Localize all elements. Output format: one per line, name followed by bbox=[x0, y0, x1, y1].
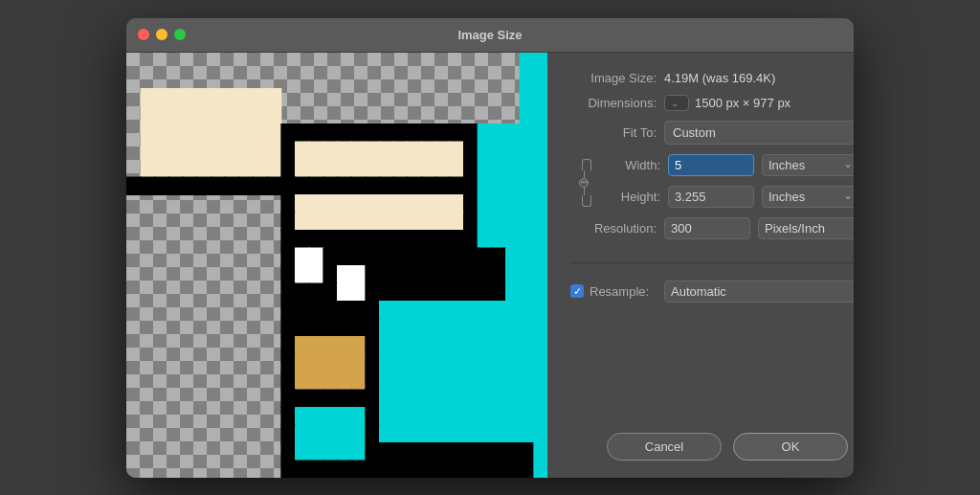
dimensions-row: Dimensions: ⌄ 1500 px × 977 px bbox=[570, 95, 854, 111]
width-unit-wrapper: Percent Pixels Inches Centimeters Millim… bbox=[762, 154, 854, 176]
width-unit-select[interactable]: Percent Pixels Inches Centimeters Millim… bbox=[762, 154, 854, 176]
height-label: Height: bbox=[601, 190, 660, 204]
title-bar: Image Size bbox=[126, 18, 854, 53]
resolution-label: Resolution: bbox=[570, 221, 657, 236]
fit-to-label: Fit To: bbox=[570, 125, 657, 140]
button-row: Cancel OK bbox=[570, 419, 854, 461]
maximize-button[interactable] bbox=[174, 29, 186, 40]
image-size-value: 4.19M (was 169.4K) bbox=[664, 71, 775, 85]
link-bottom bbox=[582, 195, 591, 207]
controls-panel: Image Size: 4.19M (was 169.4K) ⚙︎▾ Dimen… bbox=[547, 53, 854, 478]
link-bracket-area: ⚯ bbox=[570, 154, 597, 208]
height-input[interactable] bbox=[668, 186, 754, 208]
wh-fields: Width: Percent Pixels Inches Centimeters… bbox=[601, 154, 854, 208]
image-preview bbox=[126, 53, 547, 478]
cancel-button[interactable]: Cancel bbox=[607, 433, 722, 461]
fit-to-wrapper: Custom Original Size US Paper (8.5 x 11 … bbox=[664, 121, 854, 145]
window-controls bbox=[138, 29, 186, 40]
height-unit-wrapper: Percent Pixels Inches Centimeters Millim… bbox=[762, 186, 854, 208]
dialog-body: Image Size: 4.19M (was 169.4K) ⚙︎▾ Dimen… bbox=[126, 53, 854, 478]
resample-label: Resample: bbox=[590, 284, 657, 299]
wh-section: ⚯ Width: Percent Pixels bbox=[570, 154, 854, 208]
link-icon[interactable]: ⚯ bbox=[579, 178, 589, 188]
chevron-down-icon: ⌄ bbox=[671, 98, 679, 108]
image-size-row: Image Size: 4.19M (was 169.4K) ⚙︎▾ bbox=[570, 70, 854, 87]
minimize-button[interactable] bbox=[156, 29, 167, 40]
image-size-label: Image Size: bbox=[570, 71, 657, 85]
fit-to-row: Fit To: Custom Original Size US Paper (8… bbox=[570, 121, 854, 145]
width-row: Width: Percent Pixels Inches Centimeters… bbox=[601, 154, 854, 176]
resample-method-wrapper: Automatic Preserve Details Bicubic Smoot… bbox=[664, 281, 854, 303]
resample-checkbox[interactable]: ✓ bbox=[570, 284, 584, 298]
dimensions-value: 1500 px × 977 px bbox=[695, 96, 791, 110]
image-size-dialog: Image Size Image Size: 4.19M (was 169.4K… bbox=[126, 18, 854, 478]
dimensions-dropdown[interactable]: ⌄ bbox=[664, 95, 689, 111]
resample-method-select[interactable]: Automatic Preserve Details Bicubic Smoot… bbox=[664, 281, 854, 303]
resolution-row: Resolution: Pixels/Inch Pixels/Centimete… bbox=[570, 217, 854, 239]
ok-button[interactable]: OK bbox=[733, 433, 848, 461]
link-symbol: ⚯ bbox=[581, 178, 588, 187]
link-top bbox=[582, 159, 591, 170]
width-input[interactable] bbox=[668, 154, 754, 176]
width-label: Width: bbox=[601, 158, 660, 172]
close-button[interactable] bbox=[138, 29, 149, 40]
dimensions-label: Dimensions: bbox=[570, 96, 657, 110]
dialog-title: Image Size bbox=[457, 28, 522, 42]
preview-canvas bbox=[126, 53, 547, 478]
resolution-input[interactable] bbox=[664, 217, 750, 239]
height-row: Height: Percent Pixels Inches Centimeter… bbox=[601, 186, 854, 208]
resolution-unit-select[interactable]: Pixels/Inch Pixels/Centimeter bbox=[758, 217, 854, 239]
link-mid-bot bbox=[584, 188, 585, 195]
height-unit-select[interactable]: Percent Pixels Inches Centimeters Millim… bbox=[762, 186, 854, 208]
fit-to-select[interactable]: Custom Original Size US Paper (8.5 x 11 … bbox=[664, 121, 854, 145]
resolution-unit-wrapper: Pixels/Inch Pixels/Centimeter bbox=[758, 217, 854, 239]
link-mid-top bbox=[584, 170, 585, 178]
resample-row: ✓ Resample: Automatic Preserve Details B… bbox=[570, 281, 854, 303]
divider bbox=[570, 262, 854, 263]
check-icon: ✓ bbox=[573, 286, 582, 297]
